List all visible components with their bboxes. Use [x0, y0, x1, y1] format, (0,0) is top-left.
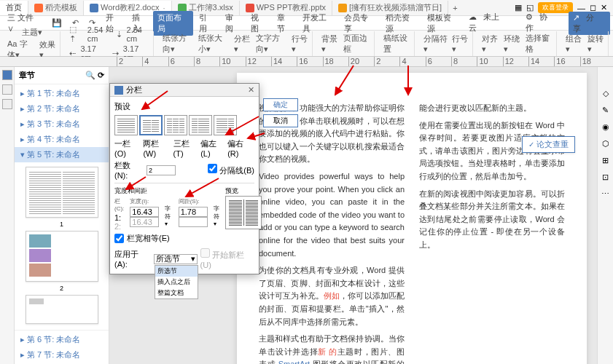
para: 在新的阅读视图中阅读更加容易。可以折叠文档某些部分并关注所需文本。如果在达到结尾…: [419, 188, 565, 252]
equal-checkbox[interactable]: [114, 234, 124, 243]
ok-button[interactable]: 确定: [263, 98, 298, 111]
thumb-num: 1: [60, 221, 63, 228]
cols-input[interactable]: [147, 165, 176, 175]
tool-icon[interactable]: ◇: [603, 89, 609, 98]
cancel-button[interactable]: 取消: [263, 114, 298, 127]
dialog-close-icon[interactable]: ✕: [248, 85, 254, 95]
newcol-checkbox: [200, 248, 210, 258]
nav-item[interactable]: ▸ 第 3 节: 未命名: [15, 116, 109, 132]
nav-title: 章节🔍 ⟳: [15, 67, 109, 84]
width-input[interactable]: 16.43: [130, 207, 159, 217]
preset-left[interactable]: [189, 115, 212, 135]
ribbon-bg[interactable]: 背景▾页面边框: [319, 31, 375, 56]
nav-bookmark-icon[interactable]: [2, 99, 12, 109]
nav-item[interactable]: ▸ 第 7 节: 未命名: [15, 347, 109, 363]
paper-check-button[interactable]: ✓ 论文查重: [522, 136, 575, 153]
apply-select[interactable]: 所选节▾ 所选节 插入点之后 整篇文档: [154, 254, 197, 264]
ribbon-page[interactable]: 纸张方向▾纸张大小▾分栏▾文字方向▾行号▾: [160, 31, 312, 56]
thumb-num: 2: [60, 285, 63, 292]
ribbon-theme[interactable]: 主题▾ Aa 字体▾效果▾: [4, 31, 60, 56]
ppt-icon: [246, 4, 254, 12]
nav-item[interactable]: ▸ 第 1 节: 未命名: [15, 86, 109, 101]
preview: [225, 196, 262, 229]
width-label: 宽度和间距: [114, 186, 221, 196]
columns-dialog: 分栏 ✕ 预设 一栏(O)两栏(W)三栏(T)偏左(L)偏右(R) 确定 取消: [109, 83, 259, 274]
word-icon: [90, 4, 98, 12]
nav-thumb-icon[interactable]: [2, 84, 12, 95]
space-input-2: [179, 217, 208, 227]
para: 主题和样式也有助于文档保持协调。当你单击设计并选择新 的主题时，图片、图表或 S…: [259, 333, 405, 364]
preset-two[interactable]: [139, 115, 163, 135]
para: 为使你的文档具有专业外观，Word 提供了页眉、页脚、封面和文本框设计，这些设计…: [259, 264, 405, 328]
ribbon-paper[interactable]: 稿纸设置: [380, 31, 415, 56]
ruler: 246810121416182024681012141618: [0, 57, 613, 67]
para: Video provides powerful ways to help you…: [259, 170, 405, 260]
para: 能会进行更改以匹配新的主题。: [419, 102, 565, 115]
tab-add[interactable]: +: [448, 4, 461, 12]
preview-label: 预览: [225, 186, 262, 196]
space-input[interactable]: 1.78: [179, 207, 208, 217]
dialog-icon: [114, 86, 123, 95]
ribbon-breaks[interactable]: 分隔符▾行号▾: [421, 31, 474, 56]
preset-three[interactable]: [164, 115, 187, 135]
nav-item-selected[interactable]: ▾ 第 5 节: 未命名: [15, 147, 109, 162]
ribbon-group[interactable]: 组合▾旋转▾: [563, 31, 609, 56]
thumbnail[interactable]: [26, 167, 98, 218]
tool-icon[interactable]: ◉: [602, 122, 609, 132]
preset-right[interactable]: [214, 115, 237, 135]
tool-icon[interactable]: ⬡: [602, 139, 609, 149]
preset-one[interactable]: [114, 115, 138, 135]
nav-item[interactable]: ▸ 第 2 节: 未命名: [15, 101, 109, 116]
cols-label: 栏数(N):: [114, 160, 144, 180]
ribbon-arrange[interactable]: 对齐▾环绕▾选择窗格: [479, 31, 557, 56]
dialog-title: 分栏: [126, 84, 142, 95]
ribbon-margins[interactable]: ⬚ ⇡2.54 cm ⇣2.54 cm ⇠3.17 cm ⇢3.17 cm: [66, 31, 154, 56]
preset-label: 预设: [114, 101, 254, 112]
thumbnail[interactable]: [26, 231, 98, 282]
tool-icon[interactable]: ✎: [602, 106, 609, 115]
template-icon: [34, 4, 43, 12]
nav-outline-icon[interactable]: [2, 70, 12, 80]
tool-icon[interactable]: ⊡: [602, 173, 609, 182]
apply-option[interactable]: 整篇文档: [155, 288, 198, 298]
file-icon: [338, 4, 347, 12]
apply-option[interactable]: 插入点之后: [155, 277, 198, 288]
nav-item[interactable]: ▸ 第 4 节: 未命名: [15, 132, 109, 147]
apply-option[interactable]: 所选节: [155, 266, 198, 277]
tool-icon[interactable]: ⊞: [602, 156, 609, 165]
line-checkbox[interactable]: [208, 164, 217, 173]
apply-label: 应用于(A):: [114, 249, 151, 269]
tool-icon[interactable]: ⋯: [601, 189, 609, 199]
qat-save[interactable]: 💾: [47, 18, 66, 28]
thumbnail[interactable]: [26, 295, 98, 324]
search-icon[interactable]: 🔍 ⟳: [85, 71, 104, 80]
width-input-2: 16.43: [130, 217, 159, 227]
nav-item[interactable]: ▸ 第 6 节: 未命名: [15, 332, 109, 347]
